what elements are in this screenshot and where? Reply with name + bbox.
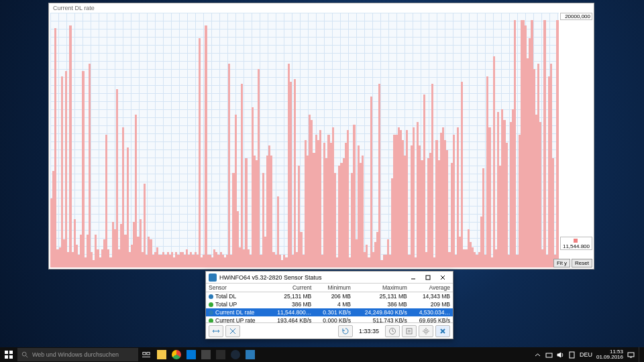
tray-clock[interactable]: 11:53 01.09.2016 <box>596 349 623 360</box>
svg-rect-10 <box>9 351 13 354</box>
chart-bar <box>69 25 71 267</box>
svg-rect-19 <box>570 352 574 358</box>
chart-bar <box>290 82 292 267</box>
hwinfo-titlebar[interactable]: HWiNFO64 v5.32-2820 Sensor Status <box>206 272 453 284</box>
chart-bar <box>506 143 508 267</box>
svg-point-13 <box>22 352 26 356</box>
col-sensor[interactable]: Sensor <box>206 284 267 292</box>
col-average[interactable]: Average <box>410 284 453 292</box>
chart-bar <box>334 173 336 267</box>
chart-bar <box>65 71 67 267</box>
sensor-dot-icon <box>209 310 213 315</box>
chart-bar <box>89 64 91 267</box>
taskbar: Web und Windows durchsuchen DEU 11:53 01… <box>0 347 644 362</box>
table-row[interactable]: Total UP386 MB4 MB386 MB209 MB <box>206 300 453 308</box>
chart-bar <box>543 20 545 267</box>
legend-color-swatch <box>574 239 578 243</box>
chart-bar <box>199 38 201 267</box>
sensor-dot-icon <box>209 302 213 307</box>
svg-rect-16 <box>147 353 150 355</box>
table-row[interactable]: Total DL25,131 MB206 MB25,131 MB14,343 M… <box>206 292 453 301</box>
tray-action-center-icon[interactable] <box>627 351 635 359</box>
chart-y-max-label: 20000,000 <box>560 13 592 20</box>
start-button[interactable] <box>0 347 17 362</box>
show-desktop-button[interactable] <box>639 347 641 362</box>
chart-bar <box>431 84 433 267</box>
chart-bar <box>241 84 243 267</box>
col-maximum[interactable]: Maximum <box>354 284 410 292</box>
col-current[interactable]: Current <box>267 284 314 292</box>
chart-window: Current DL rate 20000,000 11,544.800 Fit… <box>48 3 594 269</box>
hwinfo-title-text: HWiNFO64 v5.32-2820 Sensor Status <box>219 274 322 281</box>
chart-bar <box>116 89 118 267</box>
svg-rect-20 <box>628 353 634 357</box>
taskbar-app-chrome[interactable] <box>169 347 184 362</box>
svg-rect-5 <box>407 328 412 334</box>
svg-rect-1 <box>426 276 430 280</box>
chart-bar <box>413 127 415 267</box>
minimize-button[interactable] <box>406 273 421 282</box>
fit-y-button[interactable]: Fit y <box>553 259 570 267</box>
toolbar-close-button[interactable] <box>435 325 450 337</box>
taskbar-app-steam[interactable] <box>228 347 243 362</box>
chart-bar <box>105 135 107 267</box>
taskbar-app-hwinfo[interactable] <box>243 347 258 362</box>
chart-legend: 11,544.800 <box>560 237 592 250</box>
expand-horizontal-button[interactable] <box>209 325 223 337</box>
svg-rect-15 <box>143 353 146 355</box>
chart-bar <box>488 127 490 267</box>
svg-point-6 <box>425 330 427 333</box>
chart-plot-area <box>50 13 559 267</box>
svg-line-14 <box>26 356 28 358</box>
chart-title: Current DL rate <box>53 5 95 11</box>
chart-bar <box>347 130 349 267</box>
chart-bar <box>406 130 408 267</box>
taskbar-app-generic1[interactable] <box>199 347 213 362</box>
tray-network-icon[interactable] <box>545 351 553 359</box>
tray-notes-icon[interactable] <box>568 351 576 359</box>
maximize-button[interactable] <box>421 273 435 282</box>
chart-bar <box>270 156 272 267</box>
taskbar-app-store[interactable] <box>184 347 199 362</box>
chart-bar <box>82 71 84 267</box>
refresh-button[interactable] <box>338 325 353 337</box>
chart-bar <box>370 97 372 267</box>
reset-button[interactable]: Reset <box>572 259 592 267</box>
chart-bar <box>362 156 364 267</box>
tray-language[interactable]: DEU <box>580 351 592 358</box>
close-button[interactable] <box>435 273 450 282</box>
table-row[interactable]: Current UP rate193.464 KB/s0.000 KB/s511… <box>206 316 453 322</box>
tray-chevron-up-icon[interactable] <box>534 351 541 359</box>
chart-bar <box>461 82 463 267</box>
chart-bar <box>54 28 56 267</box>
svg-rect-18 <box>546 353 552 357</box>
col-minimum[interactable]: Minimum <box>314 284 354 292</box>
chart-bar <box>556 20 558 267</box>
chart-bar <box>228 64 230 267</box>
hwinfo-window: HWiNFO64 v5.32-2820 Sensor Status Sensor… <box>205 271 453 339</box>
settings-button[interactable] <box>419 325 433 337</box>
taskbar-app-explorer[interactable] <box>154 347 169 362</box>
sensor-table[interactable]: Sensor Current Minimum Maximum Average T… <box>206 284 453 322</box>
svg-rect-11 <box>5 355 8 359</box>
chart-bar <box>423 95 425 267</box>
tray-volume-icon[interactable] <box>557 351 564 359</box>
log-button[interactable] <box>402 325 417 337</box>
chart-bar <box>205 25 207 267</box>
chart-bar <box>482 168 484 267</box>
elapsed-time: 1:33:35 <box>355 328 383 335</box>
search-box[interactable]: Web und Windows durchsuchen <box>17 348 138 361</box>
clock-button[interactable] <box>385 325 400 337</box>
expand-diagonal-button[interactable] <box>225 325 240 337</box>
search-placeholder: Web und Windows durchsuchen <box>32 351 119 358</box>
search-icon <box>21 351 28 358</box>
svg-rect-9 <box>5 351 8 354</box>
sensor-dot-icon <box>209 294 213 299</box>
taskbar-app-generic2[interactable] <box>213 347 228 362</box>
chart-bar <box>514 20 516 267</box>
task-view-button[interactable] <box>138 347 154 362</box>
svg-rect-12 <box>9 355 13 359</box>
table-row[interactable]: Current DL rate11,544.800…0.301 KB/s24,2… <box>206 308 453 316</box>
hwinfo-app-icon <box>209 274 217 282</box>
chart-bar <box>319 130 321 267</box>
